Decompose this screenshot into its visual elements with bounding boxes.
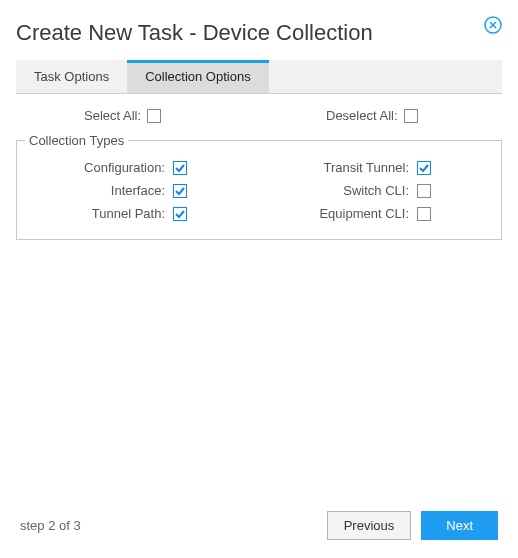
next-button[interactable]: Next: [421, 511, 498, 540]
collection-types-legend: Collection Types: [25, 133, 128, 148]
select-all-label: Select All:: [84, 108, 141, 123]
tunnel-path-label: Tunnel Path:: [25, 206, 165, 221]
deselect-all-checkbox[interactable]: [404, 109, 418, 123]
equipment-cli-checkbox[interactable]: [417, 207, 431, 221]
deselect-all-group: Deselect All:: [260, 108, 502, 123]
transit-tunnel-checkbox[interactable]: [417, 161, 431, 175]
configuration-label: Configuration:: [25, 160, 165, 175]
collection-types-fieldset: Collection Types Configuration: Interfac…: [16, 133, 502, 240]
tunnel-path-checkbox[interactable]: [173, 207, 187, 221]
interface-label: Interface:: [25, 183, 165, 198]
previous-button[interactable]: Previous: [327, 511, 412, 540]
deselect-all-label: Deselect All:: [326, 108, 398, 123]
switch-cli-row: Switch CLI:: [259, 183, 493, 198]
dialog: Create New Task - Device Collection Task…: [0, 0, 518, 558]
switch-cli-label: Switch CLI:: [259, 183, 409, 198]
step-indicator: step 2 of 3: [20, 518, 81, 533]
footer: step 2 of 3 Previous Next: [16, 501, 502, 558]
interface-checkbox[interactable]: [173, 184, 187, 198]
tab-collection-options[interactable]: Collection Options: [127, 60, 269, 93]
equipment-cli-label: Equipment CLI:: [259, 206, 409, 221]
configuration-checkbox[interactable]: [173, 161, 187, 175]
transit-tunnel-row: Transit Tunnel:: [259, 160, 493, 175]
close-icon[interactable]: [484, 16, 502, 37]
select-all-group: Select All:: [16, 108, 260, 123]
select-all-checkbox[interactable]: [147, 109, 161, 123]
tab-task-options[interactable]: Task Options: [16, 60, 127, 93]
dialog-title: Create New Task - Device Collection: [16, 20, 373, 46]
toolbar: Select All: Deselect All:: [16, 94, 502, 133]
transit-tunnel-label: Transit Tunnel:: [259, 160, 409, 175]
collection-col-left: Configuration: Interface: Tunnel Path:: [25, 160, 259, 221]
collection-types-grid: Configuration: Interface: Tunnel Path:: [25, 160, 493, 221]
switch-cli-checkbox[interactable]: [417, 184, 431, 198]
equipment-cli-row: Equipment CLI:: [259, 206, 493, 221]
tabs: Task Options Collection Options: [16, 60, 502, 94]
configuration-row: Configuration:: [25, 160, 259, 175]
collection-col-right: Transit Tunnel: Switch CLI: Equipment CL…: [259, 160, 493, 221]
dialog-header: Create New Task - Device Collection: [16, 14, 502, 60]
interface-row: Interface:: [25, 183, 259, 198]
tunnel-path-row: Tunnel Path:: [25, 206, 259, 221]
spacer: [16, 240, 502, 501]
